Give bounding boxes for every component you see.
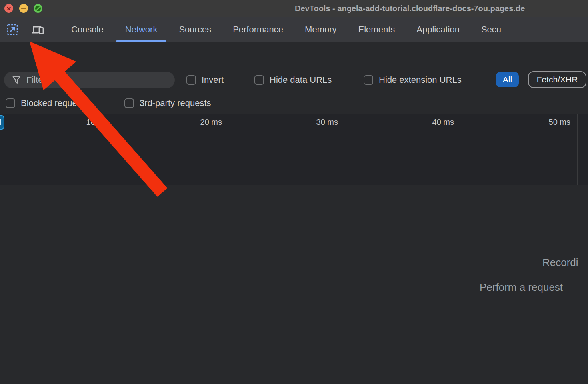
timeline-gridline [461,114,461,185]
third-party-requests-checkbox[interactable]: 3rd-party requests [124,98,211,108]
request-type-fetch-xhr-button[interactable]: Fetch/XHR [528,71,586,88]
hide-extension-urls-label: Hide extension URLs [379,75,462,85]
timeline-tick-label: 30 ms [297,118,338,127]
request-type-all-button[interactable]: All [496,72,519,87]
timeline-gridline [229,114,229,185]
devtools-window: ✕ DevTools - angela-add-tutorial.cloudfl… [0,0,588,384]
hide-extension-urls-checkbox[interactable]: Hide extension URLs [364,75,462,85]
recording-status-text: Recordi [542,256,578,269]
devtools-tabbar: Console Network Sources Performance Memo… [0,17,588,42]
more-filters-row: Blocked requests 3rd-party requests [0,92,588,114]
timeline-selection-grip[interactable] [0,115,4,130]
blocked-requests-checkbox[interactable]: Blocked requests [6,98,88,108]
device-toolbar-button[interactable] [31,23,45,36]
checkbox-icon [364,75,373,85]
checkbox-icon [124,98,134,108]
third-party-requests-label: 3rd-party requests [140,98,211,108]
timeline-tick-label: 50 ms [529,118,570,127]
network-filter-bar: Invert Hide data URLs Hide extension URL… [0,68,588,92]
funnel-outline-icon [12,76,21,84]
minimize-icon [21,8,26,9]
tab-elements[interactable]: Elements [348,17,406,42]
tab-network[interactable]: Network [114,17,168,42]
network-overview-timeline[interactable]: 10 ms 20 ms 30 ms 40 ms 50 ms [0,114,588,185]
tab-memory[interactable]: Memory [294,17,347,42]
close-icon: ✕ [6,6,12,12]
tab-security[interactable]: Secu [470,17,512,42]
window-minimize-button[interactable] [19,4,28,13]
panel-tabs: Console Network Sources Performance Memo… [60,17,512,42]
tab-sources[interactable]: Sources [168,17,222,42]
filter-input-container[interactable] [4,72,175,88]
titlebar: ✕ DevTools - angela-add-tutorial.cloudfl… [0,0,588,17]
timeline-gridline [577,114,578,185]
hide-data-urls-checkbox[interactable]: Hide data URLs [254,75,332,85]
window-title: DevTools - angela-add-tutorial.cloudflar… [295,0,525,17]
invert-checkbox[interactable]: Invert [186,75,224,85]
zoom-disabled-icon [35,6,41,11]
filter-input[interactable] [26,75,168,85]
device-toolbar-icon [31,24,45,36]
tab-performance[interactable]: Performance [222,17,294,42]
window-close-button[interactable]: ✕ [4,4,13,13]
network-toolbar: Preserve log Disable cache No throttling… [0,42,588,68]
timeline-gridline [345,114,345,185]
tab-application[interactable]: Application [406,17,470,42]
timeline-tick-label: 10 ms [67,118,108,127]
empty-state-hint-text: Perform a request [480,281,563,294]
checkbox-icon [186,75,196,85]
inspect-element-button[interactable] [6,23,19,36]
tabbar-divider [56,23,56,37]
blocked-requests-label: Blocked requests [21,98,88,108]
timeline-tick-label: 40 ms [413,118,454,127]
timeline-tick-label: 20 ms [181,118,222,127]
checkbox-icon [254,75,264,85]
tab-console[interactable]: Console [60,17,114,42]
inspect-cursor-icon [6,24,18,36]
invert-label: Invert [202,75,224,85]
checkbox-icon [6,98,15,108]
timeline-gridline [115,114,115,185]
window-zoom-button[interactable] [34,4,42,13]
hide-data-urls-label: Hide data URLs [270,75,332,85]
